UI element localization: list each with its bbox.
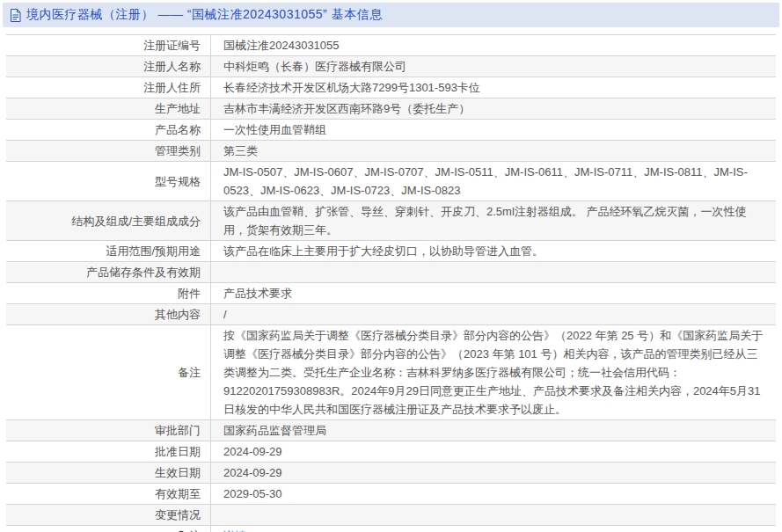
row-label: 审批部门 (6, 420, 211, 441)
row-value-text: 2024-09-29 (223, 463, 282, 482)
row-label-text: 注册证编号 (143, 36, 201, 55)
row-label-text: 变更情况 (155, 506, 201, 524)
row-label: 产品储存条件及有效期 (6, 262, 211, 282)
row-label: 变更情况 (6, 505, 211, 525)
row-label: 附件 (6, 283, 211, 303)
table-row: 结构及组成/主要组成成分 该产品由血管鞘、扩张管、导丝、穿刺针、开皮刀、2.5m… (6, 201, 776, 241)
details-link[interactable]: 详情 (223, 527, 246, 532)
row-value-text: 国家药品监督管理局 (223, 421, 326, 440)
table-row: 产品储存条件及有效期 (6, 262, 776, 283)
row-label: 生产地址 (6, 98, 211, 119)
row-value-text: 2029-05-30 (223, 485, 282, 503)
row-label: 注册证编号 (6, 35, 211, 55)
row-value-text: 第三类 (223, 142, 258, 160)
row-label-text: 产品储存条件及有效期 (86, 263, 201, 281)
row-label-text: 备注 (178, 363, 201, 382)
row-label: 注册人住所 (6, 77, 211, 98)
row-label-text: 审批部门 (155, 421, 201, 440)
table-row: 批准日期 2024-09-29 (6, 441, 776, 463)
row-value-text: 产品技术要求 (223, 284, 292, 302)
row-label-text: 结构及组成/主要组成成分 (71, 212, 201, 230)
row-value-text: 该产品在临床上主要用于扩大经皮切口，以协助导管进入血管。 (223, 242, 544, 260)
table-row: 注册人住所 长春经济技术开发区机场大路7299号1301-593卡位 (6, 77, 776, 98)
row-label-text: 有效期至 (155, 485, 201, 503)
table-row: 注 详情 (6, 526, 776, 532)
row-label-text: 注册人名称 (143, 57, 201, 76)
row-label: 管理类别 (6, 141, 211, 161)
row-label-text: 产品名称 (155, 120, 201, 139)
row-label: 适用范围/预期用途 (6, 241, 211, 261)
row-label-text: 其他内容 (155, 305, 201, 324)
page-title: 境内医疗器械（注册） —— “国械注准20243031055” 基本信息 (26, 7, 383, 23)
row-label: 型号规格 (6, 162, 211, 200)
table-row: 注册人名称 中科炬鸣（长春）医疗器械有限公司 (6, 56, 776, 77)
row-label-text: 批准日期 (155, 442, 201, 461)
table-row: 产品名称 一次性使用血管鞘组 (6, 120, 776, 141)
row-label-text: 注 (189, 527, 201, 532)
table-row: 注册证编号 国械注准20243031055 (6, 35, 776, 56)
document-icon (10, 9, 21, 22)
row-label-text: 附件 (178, 284, 201, 302)
row-label: 注 (6, 526, 211, 532)
table-row: 适用范围/预期用途 该产品在临床上主要用于扩大经皮切口，以协助导管进入血管。 (6, 241, 776, 262)
row-value-text: 长春经济技术开发区机场大路7299号1301-593卡位 (223, 78, 480, 97)
row-label: 批准日期 (6, 441, 211, 462)
row-label: 其他内容 (6, 304, 211, 324)
row-value-text: JM-IS-0507、JM-IS-0607、JM-IS-0707、JM-IS-0… (223, 163, 765, 200)
row-value-text: 中科炬鸣（长春）医疗器械有限公司 (223, 57, 406, 76)
row-value-text: 该产品由血管鞘、扩张管、导丝、穿刺针、开皮刀、2.5ml注射器组成。 产品经环氧… (223, 202, 765, 239)
registration-info-table: 注册证编号 国械注准20243031055 注册人名称 中科炬鸣（长春）医疗器械… (6, 34, 776, 532)
row-label-text: 型号规格 (155, 172, 201, 191)
row-label-text: 生效日期 (155, 463, 201, 482)
table-row: 备注 按《国家药监局关于调整《医疗器械分类目录》部分内容的公告》（2022 年第… (6, 325, 776, 420)
table-row: 生产地址 吉林市丰满经济开发区西南环路9号（委托生产） (6, 98, 776, 120)
table-row: 生效日期 2024-09-29 (6, 463, 776, 484)
page: 境内医疗器械（注册） —— “国械注准20243031055” 基本信息 注册证… (0, 0, 782, 532)
table-row: 审批部门 国家药品监督管理局 (6, 420, 776, 441)
row-label-text: 管理类别 (155, 142, 201, 160)
row-value-text: 一次性使用血管鞘组 (223, 120, 326, 139)
table-row: 管理类别 第三类 (6, 141, 776, 162)
row-value-text: 按《国家药监局关于调整《医疗器械分类目录》部分内容的公告》（2022 年第 25… (223, 326, 765, 419)
row-label-text: 生产地址 (155, 99, 201, 118)
table-row: 有效期至 2029-05-30 (6, 484, 776, 505)
table-row: 附件 产品技术要求 (6, 283, 776, 304)
row-label: 注册人名称 (6, 56, 211, 77)
table-row: 型号规格 JM-IS-0507、JM-IS-0607、JM-IS-0707、JM… (6, 162, 776, 201)
table-row: 其他内容 / (6, 304, 776, 325)
page-header: 境内医疗器械（注册） —— “国械注准20243031055” 基本信息 (3, 3, 779, 27)
table-row: 变更情况 (6, 505, 776, 526)
row-label: 生效日期 (6, 463, 211, 483)
row-label: 备注 (6, 325, 211, 419)
row-label: 产品名称 (6, 120, 211, 140)
row-label: 有效期至 (6, 484, 211, 504)
row-value-text: 国械注准20243031055 (223, 36, 340, 55)
row-label-text: 适用范围/预期用途 (106, 242, 201, 260)
row-label-text: 注册人住所 (143, 78, 201, 97)
row-value-text: 吉林市丰满经济开发区西南环路9号（委托生产） (223, 99, 470, 118)
row-value-text: 2024-09-29 (223, 442, 282, 461)
row-label: 结构及组成/主要组成成分 (6, 201, 211, 240)
row-value-text: / (223, 305, 227, 324)
